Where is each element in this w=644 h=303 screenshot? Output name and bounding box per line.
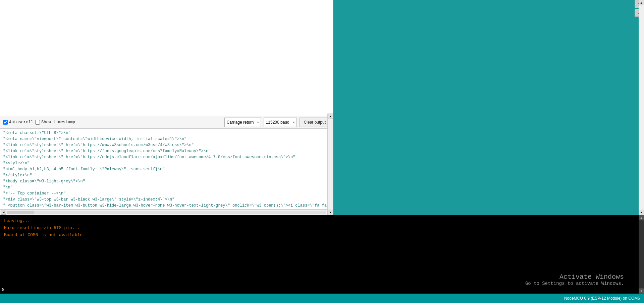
serial-line: "html,body,h1,h2,h3,h4,h5 {font-family: … xyxy=(3,166,330,172)
right-v-scroll[interactable]: ▲ ▼ xyxy=(639,0,644,215)
h-scroll-track[interactable] xyxy=(7,211,326,214)
serial-monitor-panel: Autoscroll Show timestamp No line ending… xyxy=(0,0,333,215)
serial-line: "<meta charset=\"UTF-8\">\n" xyxy=(3,130,330,136)
activate-windows-subtitle: Go to Settings to activate Windows. xyxy=(525,281,624,286)
serial-line: "<link rel=\"stylesheet\" href=\"https:/… xyxy=(3,154,330,160)
show-timestamp-label[interactable]: Show timestamp xyxy=(35,120,75,125)
checkbox-group: Autoscroll Show timestamp xyxy=(3,120,75,125)
show-timestamp-text: Show timestamp xyxy=(41,120,75,125)
left-v-scroll-down[interactable]: ▼ xyxy=(328,210,333,215)
scroll-left-btn[interactable]: ◀ xyxy=(1,210,6,215)
clear-output-button[interactable]: Clear output xyxy=(300,118,330,127)
activate-windows-title: Activate Windows xyxy=(525,273,624,281)
autoscroll-label[interactable]: Autoscroll xyxy=(3,120,33,125)
console-output: Leaving... Hard resetting via RTS pin...… xyxy=(0,215,644,303)
serial-line: "\n" xyxy=(3,184,330,190)
serial-line: " <button class=\"w3-bar-item w3-button … xyxy=(3,203,330,209)
right-panel: ▼ ▲ ▲ ▼ xyxy=(333,0,644,215)
serial-line: "<link rel=\"stylesheet\" href=\"https:/… xyxy=(3,148,330,154)
status-bar: NodeMCU 0.9 (ESP-12 Module) on COM6 xyxy=(0,294,644,303)
serial-line: "<body class=\"w3-light-grey\">\n" xyxy=(3,178,330,184)
left-v-scroll[interactable]: ▲ ▼ xyxy=(327,114,333,215)
bottom-console: Leaving... Hard resetting via RTS pin...… xyxy=(0,215,644,303)
h-scroll-thumb xyxy=(7,211,34,214)
baud-rate-select[interactable]: 300 1200 2400 4800 9600 19200 38400 5760… xyxy=(264,118,297,127)
horizontal-scrollbar[interactable]: ◀ ▶ xyxy=(0,209,333,215)
autoscroll-checkbox[interactable] xyxy=(3,120,8,125)
serial-line: "</style>\n" xyxy=(3,172,330,178)
serial-data-area: "<meta charset=\"UTF-8\">\n" "<meta name… xyxy=(0,129,333,209)
status-bar-text: NodeMCU 0.9 (ESP-12 Module) on COM6 xyxy=(564,296,640,301)
line-number: 8 xyxy=(2,288,4,292)
line-ending-dropdown-wrapper: No line ending Newline Carriage return B… xyxy=(224,118,261,127)
console-line-3: Board at COM6 is not available xyxy=(4,232,640,239)
serial-line: "<div class=\"w3-top w3-bar w3-black w3-… xyxy=(3,197,330,203)
right-v-scroll-up[interactable]: ▲ xyxy=(639,0,644,5)
console-scroll-up[interactable]: ▲ xyxy=(639,215,644,220)
show-timestamp-checkbox[interactable] xyxy=(35,120,40,125)
left-v-scroll-up[interactable]: ▲ xyxy=(328,114,333,119)
right-v-scroll-down[interactable]: ▼ xyxy=(639,210,644,215)
serial-line: "<!-- Top container -->\n" xyxy=(3,190,330,197)
console-line-2: Hard resetting via RTS pin... xyxy=(4,225,640,232)
serial-output-area xyxy=(0,0,333,116)
baud-rate-dropdown-wrapper: 300 1200 2400 4800 9600 19200 38400 5760… xyxy=(264,118,297,127)
console-line-1: Leaving... xyxy=(4,218,640,225)
activate-windows-watermark: Activate Windows Go to Settings to activ… xyxy=(525,273,624,286)
console-v-scroll[interactable]: ▲ ▼ xyxy=(639,215,644,294)
autoscroll-text: Autoscroll xyxy=(9,120,33,125)
line-number-indicator: 8 xyxy=(0,287,6,293)
console-scroll-down[interactable]: ▼ xyxy=(639,288,644,294)
controls-bar: Autoscroll Show timestamp No line ending… xyxy=(0,116,333,129)
serial-line: "<style>\n" xyxy=(3,160,330,166)
serial-line: "<link rel=\"stylesheet\" href=\"https:/… xyxy=(3,142,330,148)
line-ending-select[interactable]: No line ending Newline Carriage return B… xyxy=(224,118,261,127)
serial-line: "<meta name=\"viewport\" content=\"width… xyxy=(3,136,330,142)
